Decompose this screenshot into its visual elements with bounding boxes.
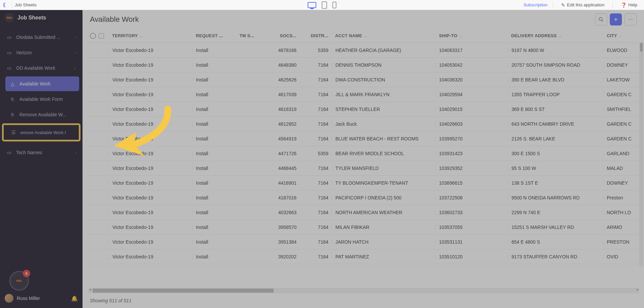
add-button[interactable] [610, 13, 622, 25]
nav-od-available-work[interactable]: ▭ OD Available Work ⌄ [0, 60, 83, 76]
table-row[interactable]: Victor Escobedo-19Install46483807164DENN… [88, 58, 639, 72]
col-label: SOCS... [280, 33, 297, 38]
table-row[interactable]: Victor Escobedo-19Install46128527164Jack… [88, 117, 639, 131]
table-row[interactable]: Victor Escobedo-19Install44189017164TY B… [88, 176, 639, 190]
cell-territory: Victor Escobedo-19 [109, 239, 193, 245]
nav-label: emove Available Work I [20, 130, 72, 135]
col-territory[interactable]: TERRITORY⌄ [109, 33, 193, 38]
col-delivery[interactable]: DELIVERY ADDRESS⌄ [508, 33, 603, 38]
cell-delivery: 9500 N ONEIDA NARROWS RD [508, 195, 603, 200]
breadcrumb[interactable]: Job Sheets [15, 2, 37, 7]
cell-socs: 3951384 [266, 239, 300, 245]
mobile-icon[interactable] [332, 2, 336, 8]
more-button[interactable]: ⋯ [625, 13, 637, 25]
scroll-thumb[interactable] [93, 289, 274, 293]
more-icon: ⋯ [628, 17, 633, 22]
tablet-icon[interactable] [322, 1, 327, 9]
nav-remove-available-work[interactable]: ⎘ Remove Available W... [5, 107, 79, 122]
col-acct[interactable]: ACCT NAME⌄ [332, 33, 436, 38]
table-row[interactable]: Victor Escobedo-19Install46170397164JILL… [88, 87, 639, 102]
search-icon [598, 17, 604, 22]
sort-icon: ⌄ [140, 34, 143, 38]
help-button[interactable]: ❓Help [618, 1, 640, 9]
cell-socs: 4648380 [266, 62, 300, 68]
cell-city: LAKETOW [603, 77, 639, 82]
scroll-thumb[interactable] [640, 43, 643, 52]
cell-request: Install [193, 48, 236, 53]
desktop-icon[interactable] [308, 2, 316, 8]
nav-label: OD Available Work [16, 65, 73, 71]
cell-acct: MILAN FIBIKAR [332, 225, 436, 230]
edit-app-button[interactable]: ✎Edit this application [558, 1, 607, 9]
cell-request: Install [193, 151, 236, 156]
cell-request: Install [193, 107, 236, 112]
table-row[interactable]: Victor Escobedo-19Install46256267164DWA … [88, 72, 639, 87]
search-button[interactable] [595, 13, 607, 25]
select-all-checkbox[interactable] [99, 33, 104, 39]
horizontal-scrollbar[interactable] [89, 288, 639, 293]
nav-sub-od: △ Available Work ⎘ Available Work Form ⎘… [0, 76, 83, 122]
subscription-link[interactable]: Subscription [524, 2, 548, 7]
bell-icon[interactable]: 🔔 [71, 295, 78, 302]
cell-city: PRESTON [603, 239, 639, 245]
table-row[interactable]: Victor Escobedo-19Install44684457164TYLE… [88, 161, 639, 176]
cell-acct: PAT MARTINEZ [332, 254, 436, 259]
cell-distr: 7164 [300, 77, 332, 82]
table-row[interactable]: Victor Escobedo-19Install46781665359HEAT… [88, 43, 639, 58]
user-row[interactable]: Russ Miller 🔔 [5, 294, 78, 303]
cell-territory: Victor Escobedo-19 [109, 62, 193, 68]
cell-distr: 7164 [300, 136, 332, 141]
col-shipto[interactable]: SHIP-TO⌄ [436, 33, 508, 38]
back-icon[interactable]: ⟪ [3, 2, 6, 8]
cell-request: Install [193, 166, 236, 171]
svg-point-0 [599, 17, 602, 20]
table-row[interactable]: Victor Escobedo-19Install39513847164JARO… [88, 235, 639, 249]
col-socs[interactable]: SOCS... [266, 33, 300, 38]
cell-territory: Victor Escobedo-19 [109, 254, 193, 259]
cell-city: GARDEN C [603, 121, 639, 127]
table-row[interactable]: Victor Escobedo-19Install39585707164MILA… [88, 220, 639, 235]
cell-request: Install [193, 92, 236, 97]
cell-acct: DENNIS THOMPSON [332, 62, 436, 68]
vertical-scrollbar[interactable] [639, 42, 643, 266]
sort-icon: ⌄ [619, 34, 622, 38]
table-row[interactable]: Victor Escobedo-19Install39202027164PAT … [88, 249, 639, 264]
workspace-avatar[interactable]: RIG 6 [9, 271, 29, 291]
cell-distr: 7164 [300, 225, 332, 230]
cell-territory: Victor Escobedo-19 [109, 77, 193, 82]
col-distr[interactable]: DISTR... [300, 33, 332, 38]
cell-delivery: 138 S 1ST E [508, 180, 603, 186]
col-tms[interactable]: TM S... [236, 33, 266, 38]
cell-request: Install [193, 180, 236, 186]
cell-city: DOWNEY [603, 62, 639, 68]
nav-remove-available-work-list[interactable]: ☰ emove Available Work I [4, 126, 78, 139]
plus-icon [613, 17, 619, 22]
form-icon: ⎘ [9, 112, 15, 117]
eye-icon[interactable] [90, 33, 96, 39]
help-icon: ❓ [621, 2, 627, 8]
user-avatar [5, 294, 13, 303]
col-request[interactable]: REQUEST ... [193, 33, 236, 38]
nav-available-work[interactable]: △ Available Work [5, 76, 79, 91]
sidebar-nav: ▭ Otodata Submitted ... › ▭ Verizon › ▭ … [0, 25, 83, 268]
cell-city: GARDEN C [603, 136, 639, 141]
cell-city: GARDEN C [603, 92, 639, 97]
cell-acct: BLUE WATER BEACH - REST ROOMS [332, 136, 436, 141]
nav-tech-names[interactable]: ▭ Tech Names › [0, 145, 83, 160]
col-city[interactable]: CITY⌄ [603, 33, 644, 38]
edit-app-label: Edit this application [567, 2, 604, 7]
cell-socs: 3920202 [266, 254, 300, 259]
table-row[interactable]: Victor Escobedo-19Install40326637164NORT… [88, 205, 639, 220]
table-row[interactable]: Victor Escobedo-19Install46163197164STEP… [88, 102, 639, 117]
table-row[interactable]: Victor Escobedo-19Install45649197164BLUE… [88, 131, 639, 146]
form-icon: ⎘ [9, 97, 15, 102]
table-row[interactable]: Victor Escobedo-19Install44717265359BEAR… [88, 146, 639, 161]
nav-verizon[interactable]: ▭ Verizon › [0, 45, 83, 60]
table-row[interactable]: Victor Escobedo-19Install41870167164PACI… [88, 190, 639, 205]
nav-otodata-submitted[interactable]: ▭ Otodata Submitted ... › [0, 29, 83, 45]
cell-city: OVID [603, 254, 639, 259]
nav-available-work-form[interactable]: ⎘ Available Work Form [5, 92, 79, 107]
cell-request: Install [193, 121, 236, 127]
sidebar-bottom: RIG 6 Russ Miller 🔔 [0, 268, 83, 308]
cell-socs: 4678166 [266, 48, 300, 53]
